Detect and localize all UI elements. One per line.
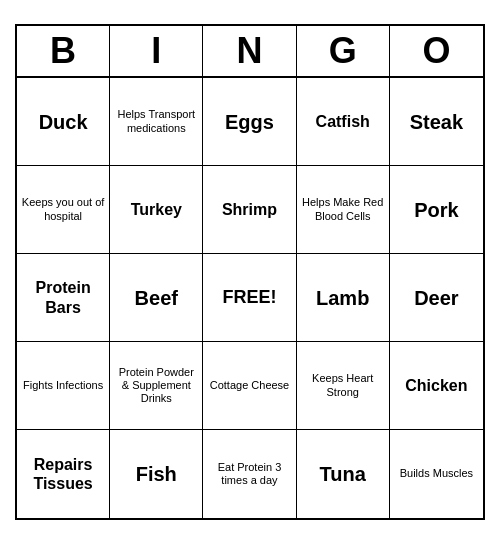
header-b: B — [17, 26, 110, 76]
header-n: N — [203, 26, 296, 76]
bingo-cell-10[interactable]: Protein Bars — [17, 254, 110, 342]
bingo-cell-7[interactable]: Shrimp — [203, 166, 296, 254]
bingo-grid: DuckHelps Transport medicationsEggsCatfi… — [17, 78, 483, 518]
bingo-cell-15[interactable]: Fights Infections — [17, 342, 110, 430]
bingo-cell-21[interactable]: Fish — [110, 430, 203, 518]
header-o: O — [390, 26, 483, 76]
bingo-cell-4[interactable]: Steak — [390, 78, 483, 166]
bingo-cell-13[interactable]: Lamb — [297, 254, 390, 342]
bingo-cell-20[interactable]: Repairs Tissues — [17, 430, 110, 518]
bingo-cell-16[interactable]: Protein Powder & Supplement Drinks — [110, 342, 203, 430]
bingo-cell-17[interactable]: Cottage Cheese — [203, 342, 296, 430]
bingo-cell-2[interactable]: Eggs — [203, 78, 296, 166]
bingo-cell-22[interactable]: Eat Protein 3 times a day — [203, 430, 296, 518]
bingo-cell-12[interactable]: FREE! — [203, 254, 296, 342]
bingo-cell-9[interactable]: Pork — [390, 166, 483, 254]
bingo-cell-0[interactable]: Duck — [17, 78, 110, 166]
bingo-cell-3[interactable]: Catfish — [297, 78, 390, 166]
bingo-cell-23[interactable]: Tuna — [297, 430, 390, 518]
bingo-cell-19[interactable]: Chicken — [390, 342, 483, 430]
bingo-cell-5[interactable]: Keeps you out of hospital — [17, 166, 110, 254]
header-g: G — [297, 26, 390, 76]
bingo-header: B I N G O — [17, 26, 483, 78]
bingo-cell-24[interactable]: Builds Muscles — [390, 430, 483, 518]
bingo-card: B I N G O DuckHelps Transport medication… — [15, 24, 485, 520]
bingo-cell-1[interactable]: Helps Transport medications — [110, 78, 203, 166]
bingo-cell-8[interactable]: Helps Make Red Blood Cells — [297, 166, 390, 254]
bingo-cell-18[interactable]: Keeps Heart Strong — [297, 342, 390, 430]
header-i: I — [110, 26, 203, 76]
bingo-cell-14[interactable]: Deer — [390, 254, 483, 342]
bingo-cell-11[interactable]: Beef — [110, 254, 203, 342]
bingo-cell-6[interactable]: Turkey — [110, 166, 203, 254]
